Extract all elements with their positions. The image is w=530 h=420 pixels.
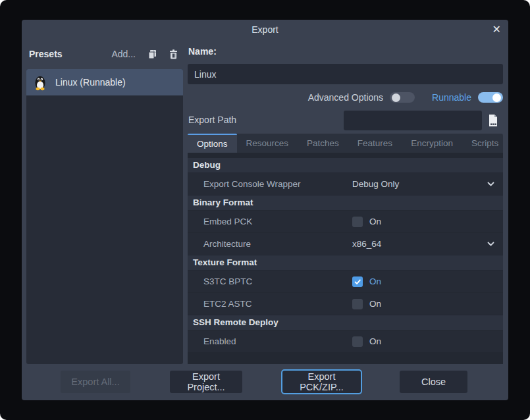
property-label: Embed PCK — [188, 217, 352, 226]
export-pck-zip-button[interactable]: Export PCK/ZIP... — [282, 371, 361, 393]
tab-scripts[interactable]: Scripts — [462, 134, 508, 153]
embed-pck-checkbox[interactable] — [352, 217, 363, 227]
advanced-options-label: Advanced Options — [308, 92, 383, 103]
checkbox-label: On — [369, 336, 381, 346]
toggle-knob — [492, 93, 501, 102]
presets-header: Presets Add... — [27, 46, 183, 62]
export-path-input[interactable] — [344, 111, 482, 130]
property-row: ETC2 ASTC On — [188, 293, 503, 315]
property-label: ETC2 ASTC — [188, 299, 352, 309]
check-icon — [354, 278, 361, 286]
trash-icon — [168, 49, 179, 60]
section-header-binary-format: Binary Format — [188, 196, 503, 210]
add-preset-button[interactable]: Add... — [111, 49, 136, 59]
presets-heading: Presets — [29, 49, 63, 59]
duplicate-icon — [147, 49, 158, 60]
chevron-down-icon — [487, 240, 495, 248]
dropdown-value: Debug Only — [352, 179, 399, 189]
tab-resources[interactable]: Resources — [237, 134, 298, 153]
toggle-row: Advanced Options Runnable — [308, 90, 503, 105]
checkbox-label: On — [369, 299, 381, 309]
preset-list: Linux (Runnable) — [26, 69, 183, 364]
checkbox-label: On — [369, 217, 381, 226]
property-row: S3TC BPTC On — [188, 271, 503, 292]
etc2-astc-checkbox[interactable] — [352, 299, 363, 309]
tab-encryption[interactable]: Encryption — [402, 134, 462, 153]
checkbox-label: On — [369, 276, 381, 286]
property-label: Enabled — [188, 336, 352, 346]
duplicate-preset-button[interactable] — [146, 48, 158, 60]
dropdown-value: x86_64 — [352, 239, 381, 249]
options-panel: Debug Export Console Wrapper Debug Only … — [188, 153, 503, 364]
export-path-row: Export Path — [188, 111, 503, 130]
delete-preset-button[interactable] — [167, 48, 179, 60]
section-header-debug: Debug — [188, 158, 503, 172]
ssh-enabled-checkbox[interactable] — [352, 336, 363, 347]
property-value: On — [352, 336, 503, 347]
advanced-options-toggle[interactable] — [390, 92, 415, 103]
tab-patches[interactable]: Patches — [298, 134, 348, 153]
architecture-dropdown[interactable]: x86_64 — [352, 239, 503, 249]
property-value: On — [352, 276, 503, 287]
export-path-label: Export Path — [188, 115, 236, 125]
export-all-button: Export All... — [61, 371, 130, 393]
name-label: Name: — [188, 46, 217, 57]
s3tc-bptc-checkbox[interactable] — [352, 276, 363, 287]
property-label: Architecture — [188, 239, 352, 249]
name-input[interactable] — [188, 64, 503, 84]
file-browse-icon — [487, 114, 499, 127]
property-row: Enabled On — [188, 330, 503, 352]
preset-item-linux[interactable]: Linux (Runnable) — [26, 69, 183, 95]
property-row: Export Console Wrapper Debug Only — [188, 173, 503, 195]
toggle-knob — [392, 93, 400, 102]
property-label: S3TC BPTC — [188, 276, 352, 286]
preset-item-label: Linux (Runnable) — [55, 77, 126, 88]
property-row: Architecture x86_64 — [188, 233, 503, 255]
property-label: Export Console Wrapper — [188, 179, 352, 189]
property-value: On — [352, 217, 503, 227]
property-row: Embed PCK On — [188, 211, 503, 232]
close-button[interactable]: Close — [400, 371, 467, 393]
tab-options[interactable]: Options — [188, 134, 237, 153]
linux-tux-icon — [32, 74, 49, 91]
section-header-texture-format: Texture Format — [188, 255, 503, 270]
tab-features[interactable]: Features — [348, 134, 402, 153]
browse-path-button[interactable] — [485, 111, 502, 130]
chevron-down-icon — [487, 180, 495, 188]
right-column: Name: Advanced Options Runnable Export P… — [188, 20, 503, 400]
runnable-label: Runnable — [432, 92, 471, 103]
property-value: On — [352, 299, 503, 309]
export-project-button[interactable]: Export Project... — [170, 371, 242, 393]
tab-bar: Options Resources Patches Features Encry… — [188, 134, 503, 153]
export-dialog: Export ✕ Presets Add... — [22, 20, 508, 400]
window-background: Export ✕ Presets Add... — [0, 0, 530, 420]
section-header-ssh-remote-deploy: SSH Remote Deploy — [188, 315, 503, 330]
export-console-wrapper-dropdown[interactable]: Debug Only — [352, 179, 503, 189]
runnable-toggle[interactable] — [478, 92, 503, 103]
